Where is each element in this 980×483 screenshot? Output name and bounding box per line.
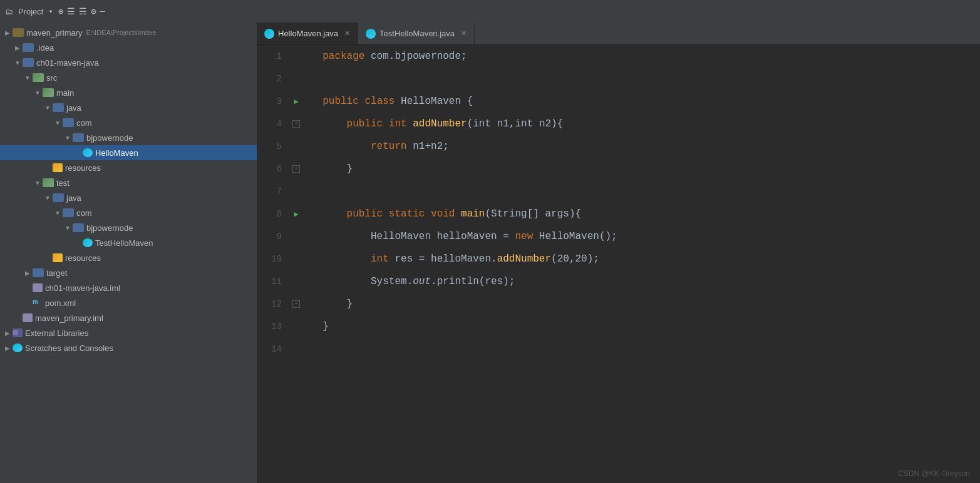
tree-item-icon xyxy=(53,253,63,262)
sidebar-item-resources[interactable]: resources xyxy=(0,160,257,175)
list-icon[interactable]: ☰ xyxy=(67,6,75,17)
code-line: package com.bjpowernode; xyxy=(311,45,975,68)
line-number: 11 xyxy=(257,270,287,293)
tree-item-icon xyxy=(33,268,44,277)
code-token: (String[] args){ xyxy=(485,208,581,220)
sidebar-item-maven_primary[interactable]: ▶maven_primaryE:\IDEA\Projects\mave xyxy=(0,25,257,40)
code-token: { xyxy=(467,96,473,107)
line-number: 8 xyxy=(257,203,287,225)
settings-icon[interactable]: ⚙ xyxy=(91,6,96,17)
code-token: public xyxy=(311,96,364,107)
tab-label: TestHelloMaven.java xyxy=(379,29,455,38)
sidebar-item-ch01-maven-java.iml[interactable]: ch01-maven-java.iml xyxy=(0,280,257,295)
tab-close-icon[interactable]: ✕ xyxy=(344,29,350,38)
tab-close-icon[interactable]: ✕ xyxy=(461,29,467,38)
tree-item-label: pom.xml xyxy=(45,298,76,308)
tree-item-label: test xyxy=(56,178,70,188)
sidebar-item-src[interactable]: ▼src xyxy=(0,70,257,85)
tree-item-icon xyxy=(53,103,64,112)
tree-item-icon xyxy=(13,343,23,352)
sidebar-item-.idea[interactable]: ▶.idea xyxy=(0,40,257,55)
tab-label: HelloMaven.java xyxy=(278,29,338,38)
code-token: static xyxy=(389,208,431,220)
code-token: ); xyxy=(587,253,599,265)
sidebar-item-test[interactable]: ▼test xyxy=(0,175,257,190)
gutter-cell[interactable]: − xyxy=(287,158,306,180)
window-icon: 🗂 xyxy=(5,7,13,16)
add-icon[interactable]: ⊕ xyxy=(58,6,63,17)
run-arrow-icon[interactable]: ▶ xyxy=(294,210,298,219)
project-label: Project xyxy=(18,7,43,16)
fold-icon[interactable]: − xyxy=(292,165,300,173)
sidebar-item-java[interactable]: ▼java xyxy=(0,100,257,115)
sidebar-item-external-libraries[interactable]: ▶▦External Libraries xyxy=(0,325,257,340)
code-token: com.bjpowernode; xyxy=(371,51,467,62)
code-token: 20 xyxy=(557,253,569,265)
tree-arrow-icon: ▼ xyxy=(63,225,73,231)
tree-item-sublabel: E:\IDEA\Projects\mave xyxy=(86,29,157,36)
tree-item-icon xyxy=(43,88,54,97)
line-number: 13 xyxy=(257,315,287,338)
tree-arrow-icon: ▼ xyxy=(33,180,43,186)
tab-TestHelloMaven-java[interactable]: TestHelloMaven.java✕ xyxy=(358,23,475,44)
gutter-cell xyxy=(287,338,306,360)
code-token: } xyxy=(311,163,353,175)
gutter-cell xyxy=(287,68,306,90)
code-token: HelloMaven xyxy=(401,96,467,107)
gutter-cell[interactable]: − xyxy=(287,293,306,315)
line-number: 9 xyxy=(257,225,287,248)
sidebar-item-testhellomaven[interactable]: TestHelloMaven xyxy=(0,235,257,250)
tree-item-label: target xyxy=(46,268,67,278)
tree-arrow-icon: ▼ xyxy=(53,119,63,126)
code-token: } xyxy=(311,298,353,310)
gutter-cell xyxy=(287,180,306,203)
sidebar-item-scratches-and-consoles[interactable]: ▶Scratches and Consoles xyxy=(0,340,257,355)
fold-icon[interactable]: − xyxy=(292,120,300,128)
tree-item-label: src xyxy=(46,73,57,83)
tree-item-label: maven_primary xyxy=(26,28,83,38)
minimize-icon[interactable]: — xyxy=(100,6,105,16)
gutter: ▶−−▶− xyxy=(287,45,306,483)
sidebar-item-com[interactable]: ▼com xyxy=(0,205,257,220)
main-layout: ▶maven_primaryE:\IDEA\Projects\mave▶.ide… xyxy=(0,23,980,483)
sidebar-item-com[interactable]: ▼com xyxy=(0,115,257,130)
tree-item-icon xyxy=(43,178,54,187)
tree-item-label: ch01-maven-java.iml xyxy=(45,283,120,293)
sidebar-item-bjpowernode[interactable]: ▼bjpowernode xyxy=(0,220,257,235)
sidebar-item-bjpowernode[interactable]: ▼bjpowernode xyxy=(0,130,257,145)
gutter-cell[interactable]: ▶ xyxy=(287,90,306,113)
line-number: 14 xyxy=(257,338,287,360)
fold-icon[interactable]: − xyxy=(292,300,300,308)
line-number: 6 xyxy=(257,158,287,180)
sidebar-item-main[interactable]: ▼main xyxy=(0,85,257,100)
code-token: 20 xyxy=(575,253,587,265)
code-token: (int n1,int n2){ xyxy=(467,118,564,130)
tree-item-icon xyxy=(53,163,63,172)
tree-arrow-icon: ▼ xyxy=(53,210,63,216)
tab-HelloMaven-java[interactable]: HelloMaven.java✕ xyxy=(257,23,358,44)
tree-item-label: java xyxy=(66,103,81,113)
tree-item-label: java xyxy=(66,193,81,203)
code-token: addNumber xyxy=(413,118,467,130)
sidebar-item-target[interactable]: ▶target xyxy=(0,265,257,280)
sidebar-item-hellomaven[interactable]: HelloMaven xyxy=(0,145,257,160)
code-token: package xyxy=(311,51,371,62)
tree-item-icon xyxy=(53,193,64,202)
tree-item-label: TestHelloMaven xyxy=(95,238,153,248)
sidebar-item-pom.xml[interactable]: mpom.xml xyxy=(0,295,257,310)
dropdown-arrow-icon[interactable]: ▾ xyxy=(48,7,53,16)
filter-icon[interactable]: ☴ xyxy=(79,6,87,17)
title-bar: 🗂 Project ▾ ⊕ ☰ ☴ ⚙ — xyxy=(0,0,980,23)
tree-item-label: HelloMaven xyxy=(95,148,138,158)
sidebar-item-java[interactable]: ▼java xyxy=(0,190,257,205)
gutter-cell[interactable]: ▶ xyxy=(287,203,306,225)
sidebar-item-resources[interactable]: resources xyxy=(0,250,257,265)
code-content[interactable]: package com.bjpowernode; public class He… xyxy=(306,45,980,483)
sidebar-item-ch01-maven-java[interactable]: ▼ch01-maven-java xyxy=(0,55,257,70)
gutter-cell xyxy=(287,315,306,338)
gutter-cell[interactable]: − xyxy=(287,113,306,135)
code-token: int xyxy=(389,118,413,130)
sidebar-item-maven_primary.iml[interactable]: maven_primary.iml xyxy=(0,310,257,325)
run-arrow-icon[interactable]: ▶ xyxy=(294,97,298,106)
tree-item-icon: m xyxy=(33,298,43,307)
